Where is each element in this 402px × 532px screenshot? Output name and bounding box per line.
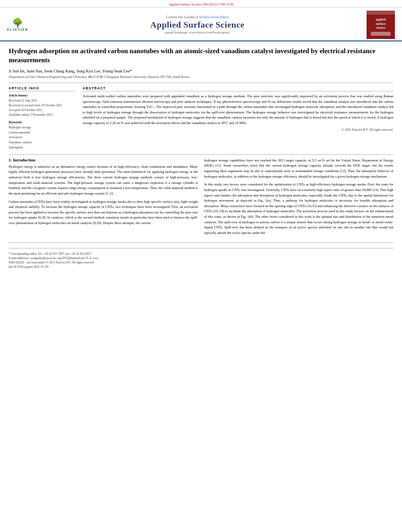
journal-homepage: journal homepage: www.elsevier.com/locat… xyxy=(28,31,367,34)
elsevier-logo-area: 🌳 ELSEVIER xyxy=(7,19,28,32)
footnote-email-line: E-mail addresses: youngslee@cnu.ac.kr, e… xyxy=(9,256,393,260)
abstract-panel: ABSTRACT Activated multi-walled carbon n… xyxy=(83,86,393,150)
accepted-date: Accepted 24 October 2011 xyxy=(9,108,76,113)
received-date: Received 22 July 2011 xyxy=(9,98,76,103)
journal-citation-bar: Applied Surface Science 258 (2012) 2749–… xyxy=(0,0,402,7)
section1-number: 1. xyxy=(9,158,12,162)
journal-logo-box: appliedsurfacescience xyxy=(367,11,395,39)
abstract-text: Activated multi-walled carbon nanotubes … xyxy=(83,94,393,126)
section1-title: 1. Introduction xyxy=(9,158,198,162)
footnote-star-line: * Corresponding author. Tel.: +82 42 821… xyxy=(9,252,393,256)
section1-para4: In this study, two factors were consider… xyxy=(204,182,394,235)
section1-heading: Introduction xyxy=(13,158,35,162)
journal-citation: Applied Surface Science 258 (2012) 2749–… xyxy=(169,2,233,6)
sciverse-link[interactable]: SciVerse ScienceDirect xyxy=(199,15,229,19)
journal-header: 🌳 ELSEVIER Contents lists available at S… xyxy=(0,7,402,41)
abstract-header: ABSTRACT xyxy=(83,86,393,91)
keywords-label: Keywords: xyxy=(9,120,76,124)
elsevier-tree-icon: 🌳 xyxy=(12,19,23,27)
elsevier-wordmark: ELSEVIER xyxy=(7,28,28,32)
journal-logo-text: appliedsurfacescience xyxy=(376,18,385,30)
doi-line: doi:10.1016/j.apsusc.2011.10.126 xyxy=(9,265,393,269)
paper-footer: * Corresponding author. Tel.: +82 42 821… xyxy=(9,243,393,269)
journal-header-center: Contents lists available at SciVerse Sci… xyxy=(28,15,367,34)
copyright: © 2011 Elsevier B.V. All rights reserved… xyxy=(83,128,393,132)
authors: Ji Sun Im, Jumi Yun, Seok Chang Kang, Su… xyxy=(9,69,393,73)
body-left-col: 1. Introduction Hydrogen energy is attra… xyxy=(9,158,198,239)
paper-container: Hydrogen adsorption on activated carbon … xyxy=(0,41,402,275)
journal-logo-top-strip xyxy=(367,11,395,15)
keyword-2: Carbon nanotube xyxy=(9,130,76,135)
journal-logo-lines xyxy=(371,32,391,36)
received-revised-date: Received in revised form 19 October 2011 xyxy=(9,103,76,108)
article-title: Hydrogen adsorption on activated carbon … xyxy=(9,47,393,65)
email-label: E-mail addresses: xyxy=(9,256,30,260)
body-right-col: hydrogen storage capabilities have not r… xyxy=(204,158,394,239)
footer-divider xyxy=(9,248,393,248)
body-columns: 1. Introduction Hydrogen energy is attra… xyxy=(9,158,393,239)
sciverse-info: Contents lists available at SciVerse Sci… xyxy=(28,15,367,19)
keyword-3: Activation xyxy=(9,135,76,140)
issn-line: 0169-4332/$ – see front matter © 2011 El… xyxy=(9,260,393,265)
section1-para3: hydrogen storage capabilities have not r… xyxy=(204,158,394,180)
history-label: Article history: xyxy=(9,94,76,97)
divider-1 xyxy=(9,83,393,83)
section1-para2: Carbon nanotubes (CNTs) have been widely… xyxy=(9,199,198,226)
section1-para1: Hydrogen energy is attractive as an alte… xyxy=(9,164,198,196)
article-info-abstract: ARTICLE INFO Article history: Received 2… xyxy=(9,86,393,150)
keyword-4: Vanadium catalyst xyxy=(9,140,76,145)
authors-list: Ji Sun Im, Jumi Yun, Seok Chang Kang, Su… xyxy=(9,69,132,73)
article-info-header: ARTICLE INFO xyxy=(9,86,76,91)
keywords-section: Keywords: Hydrogen storage Carbon nanotu… xyxy=(9,120,76,150)
email-addresses: youngslee@cnu.ac.kr, eujs3915@hanmail.ne… xyxy=(30,256,99,260)
article-info-panel: ARTICLE INFO Article history: Received 2… xyxy=(9,86,76,150)
affiliation: Department of Fine Chemical Engineering … xyxy=(9,75,393,79)
divider-2 xyxy=(9,154,393,155)
keyword-5: Adsorption xyxy=(9,145,76,150)
elsevier-logo: 🌳 ELSEVIER xyxy=(7,19,28,32)
keyword-1: Hydrogen storage xyxy=(9,125,76,130)
available-date: Available online 2 November 2011 xyxy=(9,113,76,117)
journal-title: Applied Surface Science xyxy=(28,20,367,30)
